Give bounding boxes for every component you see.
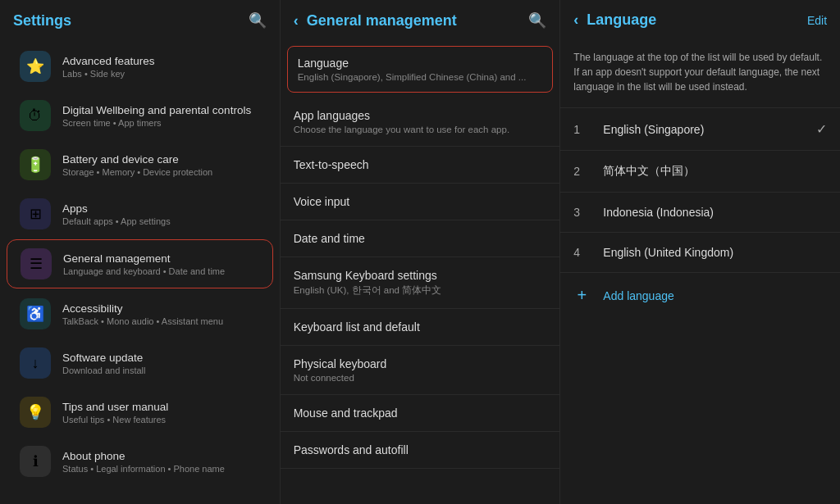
gm-item-app-languages[interactable]: App languages Choose the language you wa… (281, 98, 560, 147)
about-phone-title: About phone (62, 449, 260, 464)
gm-item-language[interactable]: Language English (Singapore), Simplified… (287, 46, 554, 93)
battery-subtitle: Storage • Memory • Device protection (62, 167, 260, 177)
settings-item-apps[interactable]: ⊞ Apps Default apps • App settings (7, 190, 273, 238)
lang-num-1: 1 (573, 123, 590, 136)
language-subtitle: English (Singapore), Simplified Chinese … (298, 72, 543, 82)
back-arrow-icon: ‹ (294, 12, 299, 30)
add-language-icon: + (573, 286, 590, 305)
lang-name-3: Indonesia (Indonesia) (603, 206, 827, 219)
general-management-subtitle: Language and keyboard • Date and time (63, 266, 259, 276)
settings-item-tips[interactable]: 💡 Tips and user manual Useful tips • New… (7, 388, 273, 436)
add-language-label: Add language (603, 289, 673, 302)
mouse-trackpad-title: Mouse and trackpad (294, 406, 547, 420)
gm-item-samsung-keyboard[interactable]: Samsung Keyboard settings English (UK), … (281, 257, 560, 309)
software-update-title: Software update (62, 351, 260, 366)
gm-item-physical-keyboard[interactable]: Physical keyboard Not connected (281, 346, 560, 395)
date-and-time-title: Date and time (294, 232, 547, 245)
advanced-features-text: Advanced features Labs • Side key (62, 54, 260, 79)
lang-name-4: English (United Kingdom) (603, 246, 827, 259)
gm-back-button[interactable]: ‹ General management (294, 12, 457, 30)
settings-item-general-management[interactable]: ☰ General management Language and keyboa… (7, 239, 273, 288)
lang-content: The language at the top of the list will… (560, 37, 840, 504)
gm-item-mouse-trackpad[interactable]: Mouse and trackpad (281, 395, 560, 432)
lang-header: ‹ Language Edit (560, 0, 840, 37)
general-management-text: General management Language and keyboard… (63, 252, 259, 277)
accessibility-subtitle: TalkBack • Mono audio • Assistant menu (62, 316, 260, 326)
gm-item-keyboard-list[interactable]: Keyboard list and default (281, 309, 560, 346)
battery-icon: 🔋 (20, 149, 51, 180)
general-management-title: General management (63, 252, 259, 266)
lang-item-1[interactable]: 1 English (Singapore) ✓ (560, 108, 840, 151)
lang-item-3[interactable]: 3 Indonesia (Indonesia) (560, 193, 840, 233)
digital-wellbeing-subtitle: Screen time • App timers (62, 118, 260, 128)
apps-title: Apps (62, 202, 260, 216)
voice-input-title: Voice input (294, 195, 547, 208)
about-phone-subtitle: Status • Legal information • Phone name (62, 464, 260, 474)
lang-back-arrow-icon: ‹ (573, 11, 578, 29)
settings-item-accessibility[interactable]: ♿ Accessibility TalkBack • Mono audio • … (7, 290, 273, 338)
tips-subtitle: Useful tips • New features (62, 415, 260, 425)
lang-num-3: 3 (573, 206, 590, 219)
settings-header: Settings 🔍 (0, 0, 280, 38)
gm-item-voice-input[interactable]: Voice input (281, 184, 560, 220)
lang-check-1: ✓ (816, 121, 827, 137)
settings-title: Settings (13, 12, 71, 30)
apps-subtitle: Default apps • App settings (62, 216, 260, 226)
accessibility-title: Accessibility (62, 302, 260, 316)
advanced-features-subtitle: Labs • Side key (62, 69, 260, 79)
tips-text: Tips and user manual Useful tips • New f… (62, 400, 260, 425)
battery-title: Battery and device care (62, 152, 260, 167)
lang-description: The language at the top of the list will… (560, 40, 840, 108)
lang-edit-button[interactable]: Edit (807, 14, 827, 27)
general-management-icon: ☰ (21, 248, 52, 279)
add-language-item[interactable]: + Add language (560, 273, 840, 318)
settings-panel: Settings 🔍 ⭐ Advanced features Labs • Si… (0, 0, 281, 504)
gm-title: General management (307, 12, 457, 30)
gm-item-text-to-speech[interactable]: Text-to-speech (281, 147, 560, 184)
software-update-text: Software update Download and install (62, 351, 260, 376)
gm-list: Language English (Singapore), Simplified… (281, 38, 560, 504)
keyboard-list-title: Keyboard list and default (294, 320, 547, 334)
about-phone-icon: ℹ (20, 446, 51, 477)
language-panel: ‹ Language Edit The language at the top … (560, 0, 840, 504)
lang-name-2: 简体中文（中国） (603, 164, 827, 179)
digital-wellbeing-title: Digital Wellbeing and parental controls (62, 103, 260, 118)
tips-title: Tips and user manual (62, 400, 260, 415)
about-phone-text: About phone Status • Legal information •… (62, 449, 260, 474)
software-update-icon: ↓ (20, 347, 51, 379)
general-management-panel: ‹ General management 🔍 Language English … (281, 0, 561, 504)
apps-text: Apps Default apps • App settings (62, 202, 260, 227)
physical-keyboard-subtitle: Not connected (294, 373, 547, 383)
lang-item-2[interactable]: 2 简体中文（中国） (560, 151, 840, 193)
settings-search-icon[interactable]: 🔍 (249, 11, 267, 30)
samsung-keyboard-title: Samsung Keyboard settings (294, 269, 547, 282)
app-languages-subtitle: Choose the language you want to use for … (294, 125, 547, 134)
settings-item-software-update[interactable]: ↓ Software update Download and install (7, 339, 273, 387)
gm-item-date-and-time[interactable]: Date and time (281, 220, 560, 257)
lang-item-4[interactable]: 4 English (United Kingdom) (560, 233, 840, 273)
advanced-features-title: Advanced features (62, 54, 260, 69)
apps-icon: ⊞ (20, 198, 51, 229)
settings-item-advanced-features[interactable]: ⭐ Advanced features Labs • Side key (7, 43, 273, 90)
digital-wellbeing-text: Digital Wellbeing and parental controls … (62, 103, 260, 129)
battery-text: Battery and device care Storage • Memory… (62, 152, 260, 178)
lang-name-1: English (Singapore) (603, 123, 803, 136)
gm-search-icon[interactable]: 🔍 (528, 11, 546, 30)
language-title: Language (298, 57, 543, 70)
accessibility-icon: ♿ (20, 298, 51, 329)
tips-icon: 💡 (20, 397, 51, 428)
lang-num-2: 2 (573, 165, 590, 178)
lang-title: Language (587, 11, 656, 29)
samsung-keyboard-subtitle: English (UK), 한국어 and 简体中文 (294, 284, 547, 297)
app-languages-title: App languages (294, 109, 547, 122)
software-update-subtitle: Download and install (62, 366, 260, 375)
settings-item-about-phone[interactable]: ℹ About phone Status • Legal information… (7, 438, 273, 485)
lang-back-button[interactable]: ‹ Language (573, 11, 656, 29)
digital-wellbeing-icon: ⏱ (20, 100, 51, 131)
gm-header: ‹ General management 🔍 (281, 0, 560, 38)
text-to-speech-title: Text-to-speech (294, 158, 547, 171)
accessibility-text: Accessibility TalkBack • Mono audio • As… (62, 302, 260, 327)
settings-item-digital-wellbeing[interactable]: ⏱ Digital Wellbeing and parental control… (7, 92, 273, 139)
gm-item-passwords-autofill[interactable]: Passwords and autofill (281, 432, 560, 469)
settings-item-battery[interactable]: 🔋 Battery and device care Storage • Memo… (7, 141, 273, 188)
